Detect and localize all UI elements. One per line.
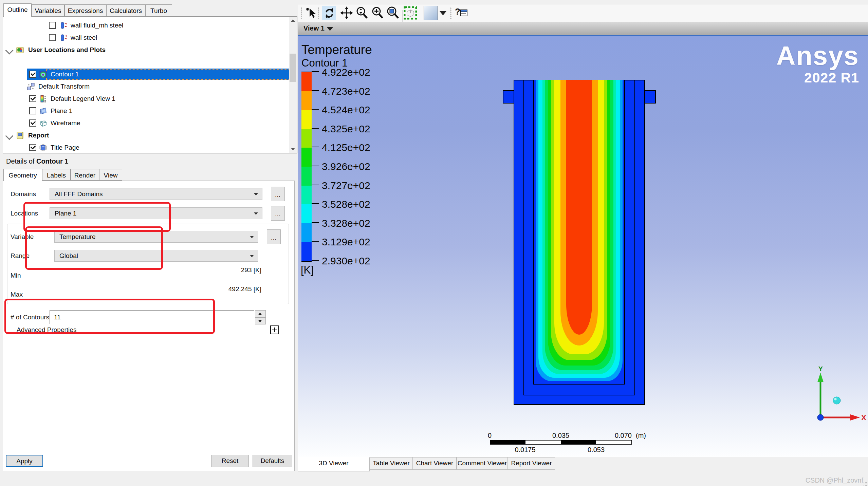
checkbox-wall-fluid-mh-steel[interactable] bbox=[49, 22, 56, 29]
tree-label: wall steel bbox=[71, 34, 97, 41]
viewport-dropdown-icon[interactable] bbox=[440, 11, 446, 15]
chevron-expanded-icon[interactable] bbox=[5, 132, 13, 140]
tab-report-viewer[interactable]: Report Viewer bbox=[508, 457, 555, 470]
min-value: 293 [K] bbox=[173, 266, 261, 274]
view-selector-bar[interactable]: View 1 bbox=[298, 22, 868, 35]
ansys-brand-text: Ansys bbox=[776, 42, 859, 69]
tab-view[interactable]: View bbox=[99, 169, 122, 181]
locations-more-button[interactable]: ... bbox=[271, 206, 285, 221]
chevron-down-icon bbox=[250, 255, 254, 257]
chevron-down-icon bbox=[250, 236, 254, 238]
tab-table-viewer[interactable]: Table Viewer bbox=[370, 457, 413, 470]
legend-tick bbox=[312, 71, 319, 72]
tab-comment-viewer[interactable]: Comment Viewer bbox=[457, 457, 508, 470]
scale-ruler bbox=[490, 440, 632, 445]
tree-label: Wireframe bbox=[51, 119, 80, 127]
checkbox-contour-1[interactable] bbox=[29, 71, 36, 78]
probe-select-icon[interactable] bbox=[305, 6, 319, 20]
chevron-expanded-icon[interactable] bbox=[5, 46, 13, 54]
outline-tree: wall fluid_mh steel wall steel bbox=[3, 16, 297, 153]
checkbox-title-page[interactable] bbox=[29, 144, 36, 151]
fit-view-icon[interactable] bbox=[403, 6, 418, 20]
expand-advanced-icon[interactable] bbox=[270, 325, 279, 334]
scroll-down-button[interactable] bbox=[289, 145, 297, 153]
tree-row-title-page[interactable]: Title Page bbox=[3, 143, 297, 153]
scrollbar-thumb[interactable] bbox=[290, 54, 296, 82]
viewer-toolbar: ? bbox=[298, 4, 868, 22]
spinner-up-button[interactable] bbox=[255, 310, 266, 317]
tree-row-wall-fluid-mh-steel[interactable]: wall fluid_mh steel bbox=[3, 20, 297, 31]
checkbox-wireframe[interactable] bbox=[29, 119, 36, 127]
page-icon bbox=[39, 144, 47, 152]
rotate-tool-active[interactable] bbox=[322, 6, 336, 20]
scroll-up-button[interactable] bbox=[289, 17, 297, 24]
resize-grip-icon bbox=[863, 482, 867, 486]
tree-row-wireframe[interactable]: Wireframe bbox=[3, 118, 297, 129]
vessel-flange-left bbox=[503, 90, 514, 104]
toolbar-grip[interactable] bbox=[450, 7, 452, 19]
tree-row-user-locations[interactable]: User Locations and Plots bbox=[3, 45, 297, 56]
domains-more-button[interactable]: ... bbox=[271, 187, 285, 201]
plane-icon bbox=[39, 107, 47, 115]
tab-geometry[interactable]: Geometry bbox=[3, 169, 42, 181]
viewport-3d[interactable]: Temperature Contour 1 4.922e+02 4.723e+0… bbox=[298, 35, 868, 457]
tree-row-wall-steel[interactable]: wall steel bbox=[3, 33, 297, 43]
tree-scrollbar[interactable] bbox=[289, 17, 297, 153]
viewport-layout-icon[interactable] bbox=[424, 6, 438, 20]
range-select[interactable]: Global bbox=[54, 250, 258, 262]
tree-row-contour-1[interactable]: Contour 1 bbox=[3, 69, 297, 80]
tree-row-default-legend[interactable]: Default Legend View 1 bbox=[3, 94, 297, 105]
toolbar-grip[interactable] bbox=[317, 7, 319, 19]
pan-icon[interactable] bbox=[339, 6, 354, 20]
locations-select[interactable]: Plane 1 bbox=[50, 207, 262, 219]
zoom-in-icon[interactable] bbox=[370, 6, 385, 20]
legend-unit: [K] bbox=[301, 264, 314, 276]
tab-calculators[interactable]: Calculators bbox=[106, 4, 145, 17]
transform-icon bbox=[27, 82, 35, 91]
checkbox-wall-steel[interactable] bbox=[49, 34, 56, 41]
toolbar-grip[interactable] bbox=[300, 7, 302, 19]
tree-label: Title Page bbox=[51, 144, 79, 151]
range-label: Range bbox=[11, 252, 30, 260]
zoom-icon[interactable] bbox=[355, 6, 369, 20]
tab-render[interactable]: Render bbox=[71, 169, 99, 181]
checkbox-default-legend[interactable] bbox=[29, 95, 36, 102]
variable-label: Variable bbox=[11, 233, 34, 241]
tab-labels[interactable]: Labels bbox=[42, 169, 71, 181]
help-viewer-icon[interactable]: ? bbox=[454, 6, 468, 20]
tab-expressions[interactable]: Expressions bbox=[64, 4, 106, 17]
tab-chart-viewer[interactable]: Chart Viewer bbox=[413, 457, 457, 470]
separator bbox=[7, 338, 289, 338]
zoom-box-icon[interactable] bbox=[386, 6, 400, 20]
tab-turbo[interactable]: Turbo bbox=[145, 4, 172, 17]
apply-button[interactable]: Apply bbox=[6, 455, 43, 467]
spinner-down-button[interactable] bbox=[255, 317, 266, 324]
svg-text:Y: Y bbox=[818, 367, 823, 373]
tree-row-report[interactable]: Report bbox=[3, 130, 297, 141]
reset-button[interactable]: Reset bbox=[211, 455, 249, 467]
contour-plot-vessel bbox=[514, 80, 645, 405]
checkbox-plane-1[interactable] bbox=[29, 107, 36, 114]
tab-3d-viewer[interactable]: 3D Viewer bbox=[298, 457, 370, 471]
contours-count-input[interactable]: 11 bbox=[50, 310, 254, 324]
svg-text:?: ? bbox=[455, 6, 460, 17]
outline-panel: Outline Variables Expressions Calculator… bbox=[0, 0, 298, 486]
tab-variables[interactable]: Variables bbox=[32, 4, 64, 17]
domains-select[interactable]: All FFF Domains bbox=[50, 188, 262, 200]
variable-more-button[interactable]: ... bbox=[267, 229, 281, 244]
tree-label: Default Transform bbox=[38, 83, 90, 90]
variable-select[interactable]: Temperature bbox=[54, 231, 258, 243]
boundary-wall-icon bbox=[59, 21, 67, 30]
report-icon bbox=[16, 131, 24, 139]
defaults-button[interactable]: Defaults bbox=[253, 455, 292, 467]
details-header-prefix: Details of bbox=[6, 157, 36, 165]
ansys-release-text: 2022 R1 bbox=[776, 70, 859, 86]
locations-value: Plane 1 bbox=[55, 210, 76, 217]
viewer-bottom-strip bbox=[298, 470, 868, 486]
ruler-label-00175: 0.0175 bbox=[512, 446, 539, 454]
vessel-flange-right bbox=[644, 90, 656, 104]
tree-row-plane-1[interactable]: Plane 1 bbox=[3, 106, 297, 117]
tab-outline[interactable]: Outline bbox=[3, 3, 32, 17]
chevron-down-icon bbox=[327, 27, 333, 31]
tree-row-default-transform[interactable]: Default Transform bbox=[3, 81, 297, 92]
